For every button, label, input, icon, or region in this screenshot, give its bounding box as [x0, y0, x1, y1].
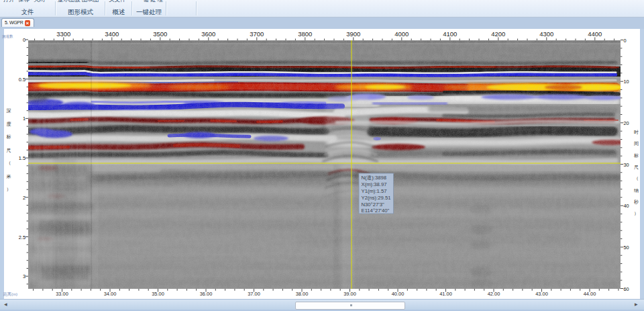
svg-text:度: 度: [7, 122, 11, 127]
svg-text:40: 40: [624, 203, 629, 209]
svg-text:标: 标: [633, 153, 639, 159]
svg-text:米: 米: [7, 174, 11, 179]
svg-text:0: 0: [23, 37, 25, 43]
svg-text:4100: 4100: [443, 30, 457, 38]
svg-text:距离(m): 距离(m): [3, 292, 17, 296]
svg-text:深: 深: [7, 108, 11, 114]
svg-text:4000: 4000: [394, 30, 409, 38]
svg-text:X(m):38.97: X(m):38.97: [362, 181, 387, 187]
svg-text:）: ）: [7, 187, 11, 192]
svg-text:3400: 3400: [105, 30, 119, 38]
svg-text:3500: 3500: [153, 30, 167, 38]
svg-text:4300: 4300: [539, 30, 553, 38]
svg-text:2: 2: [23, 195, 25, 201]
svg-text:3600: 3600: [201, 30, 215, 38]
svg-text:标: 标: [6, 134, 11, 140]
svg-text:）: ）: [634, 211, 639, 216]
svg-text:30: 30: [624, 162, 629, 168]
svg-text:Y2(ns):29.51: Y2(ns):29.51: [362, 195, 391, 201]
svg-text:尺: 尺: [634, 165, 639, 170]
svg-text:时: 时: [634, 130, 639, 134]
svg-text:测道数: 测道数: [2, 34, 13, 39]
svg-text:3900: 3900: [346, 30, 360, 38]
svg-text:3700: 3700: [250, 30, 264, 38]
svg-text:E114°27'40": E114°27'40": [362, 208, 390, 214]
svg-text:2.5: 2.5: [19, 234, 25, 240]
svg-text:（: （: [634, 176, 639, 181]
svg-text:0: 0: [624, 38, 627, 44]
svg-text:3: 3: [23, 273, 25, 279]
svg-text:50: 50: [624, 245, 629, 251]
svg-text:秒: 秒: [634, 199, 639, 205]
svg-text:0.5: 0.5: [19, 77, 25, 83]
svg-text:3300: 3300: [56, 30, 70, 38]
svg-text:N(道):3898: N(道):3898: [362, 175, 387, 181]
svg-text:纳: 纳: [634, 188, 639, 193]
svg-text:60: 60: [624, 286, 629, 292]
svg-text:Y1(m):1.57: Y1(m):1.57: [362, 188, 387, 194]
svg-text:尺: 尺: [7, 148, 11, 153]
svg-text:4400: 4400: [588, 30, 602, 38]
svg-text:20: 20: [624, 120, 629, 126]
svg-text:1.5: 1.5: [19, 155, 25, 161]
svg-text:（: （: [7, 161, 11, 166]
svg-text:间: 间: [634, 141, 639, 146]
svg-text:3800: 3800: [298, 30, 312, 38]
svg-text:1: 1: [23, 116, 25, 122]
svg-text:10: 10: [624, 79, 629, 85]
svg-text:4200: 4200: [491, 30, 505, 38]
svg-text:N30°27'3": N30°27'3": [362, 202, 384, 208]
